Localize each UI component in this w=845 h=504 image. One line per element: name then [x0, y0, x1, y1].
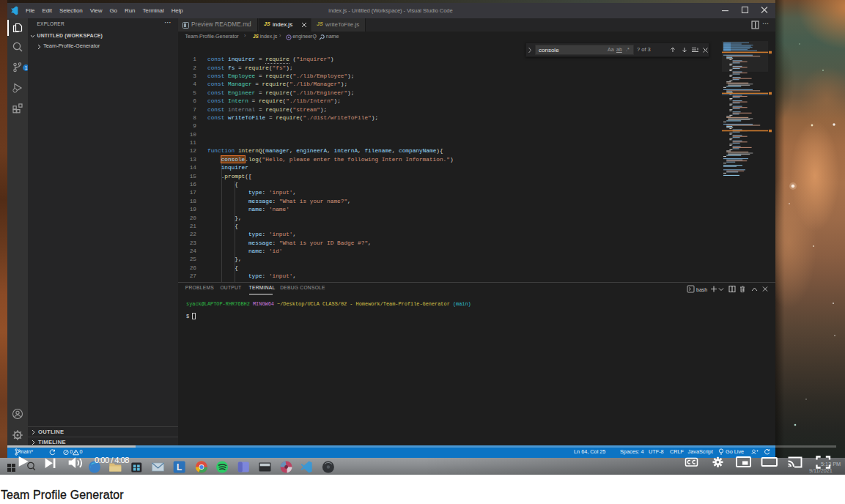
svg-text:L: L [177, 462, 182, 472]
svg-text:1: 1 [24, 65, 27, 70]
svg-text:0:00 / 4:08: 0:00 / 4:08 [95, 456, 129, 464]
svg-text:5:13 PM: 5:13 PM [821, 461, 841, 467]
svg-text:bash: bash [696, 287, 707, 292]
